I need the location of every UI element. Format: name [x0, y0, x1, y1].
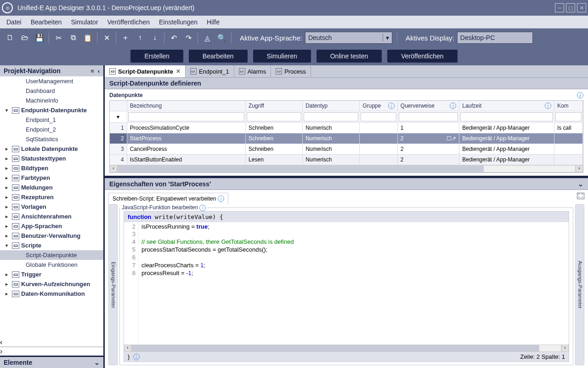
info-icon[interactable]: i — [133, 354, 140, 360]
language-select[interactable]: Deutsch▾ — [305, 32, 392, 44]
table-row[interactable]: 4IsStartButtonEnabledLesenNumerisch2Bedi… — [110, 155, 583, 165]
nav-item[interactable]: ▾▭Endpunkt-Datenpunkte — [0, 105, 103, 115]
display-select[interactable]: Desktop-PC — [457, 32, 533, 44]
nav-item[interactable]: ▸▭Statustexttypen — [0, 154, 103, 163]
table-row[interactable]: 1ProcessSimulationCycleSchreibenNumerisc… — [110, 123, 583, 133]
up-arrow-icon[interactable]: ↑ — [133, 31, 147, 45]
menu-bearbeiten[interactable]: Bearbeiten — [26, 17, 67, 28]
nav-item[interactable]: ▸▭Daten-Kommunikation — [0, 289, 103, 299]
compass-icon[interactable]: ◬ — [200, 31, 215, 45]
nav-collapse-icon[interactable]: ‹ — [98, 68, 100, 75]
menu-einstellungen[interactable]: Einstellungen — [154, 17, 202, 28]
nav-scrollbar[interactable]: ‹› — [0, 338, 103, 356]
filter-input[interactable] — [399, 112, 458, 121]
info-icon[interactable]: i — [199, 205, 206, 211]
nav-item[interactable]: ▸▭Vorlagen — [0, 202, 103, 212]
nav-item[interactable]: Endpoint_1 — [0, 115, 103, 125]
nav-item[interactable]: ▸▭Meldungen — [0, 183, 103, 192]
nav-item[interactable]: ▸▭App-Sprachen — [0, 221, 103, 231]
copy-icon[interactable]: ⧉ — [66, 31, 80, 45]
menu-datei[interactable]: Datei — [2, 17, 26, 28]
nav-list-icon[interactable]: ≡ — [90, 68, 94, 75]
simulate-button[interactable]: Simulieren — [253, 50, 311, 63]
filter-input[interactable] — [555, 112, 582, 121]
create-button[interactable]: Erstellen — [130, 50, 183, 63]
info-icon[interactable]: i — [218, 196, 224, 202]
chevron-down-icon: ⌄ — [94, 359, 100, 366]
title-bar: ⌾ Unified-E App Designer 3.0.0.1 - DemoP… — [0, 0, 588, 16]
input-params-pill[interactable]: Eingangs-Parameter — [108, 204, 118, 365]
tab-endpoint-1[interactable]: ▭Endpoint_1 — [186, 65, 234, 77]
tab-process[interactable]: ▭Process — [271, 65, 311, 77]
save-icon[interactable]: 💾 — [32, 31, 47, 45]
toolbar: 🗋 🗁 💾 ✂ ⧉ 📋 ✕ ＋ ↑ ↓ ↶ ↷ ◬ 🔍 Aktive App-S… — [0, 29, 588, 47]
new-file-icon[interactable]: 🗋 — [3, 31, 17, 45]
cut-icon[interactable]: ✂ — [51, 31, 66, 45]
search-icon[interactable]: 🔍 — [215, 31, 229, 45]
menu-veröffentlichen[interactable]: Veröffentlichen — [103, 17, 154, 28]
nav-item[interactable]: ▸▭Farbtypen — [0, 173, 103, 183]
datapoints-grid[interactable]: BezeichnungZugriffDatentypGruppe iQuerve… — [110, 101, 583, 165]
nav-item[interactable]: Script-Datenpunkte — [0, 250, 103, 260]
app-logo-icon: ⌾ — [2, 2, 13, 13]
open-file-icon[interactable]: 🗁 — [17, 31, 32, 45]
publish-button[interactable]: Veröffentlichen — [387, 50, 457, 63]
minimize-button[interactable]: ─ — [555, 3, 564, 12]
nav-header: Projekt-Navigation ≡ ‹ — [0, 65, 103, 76]
nav-item[interactable]: Endpoint_2 — [0, 125, 103, 134]
language-label: Aktive App-Sprache: — [240, 34, 302, 42]
nav-tree[interactable]: UserManagementDashboardMachineInfo▾▭Endp… — [0, 76, 103, 338]
nav-item[interactable]: ▸▭Bildtypen — [0, 163, 103, 173]
tab-script-datenpunkte[interactable]: ▭Script-Datenpunkte✕ — [105, 65, 186, 77]
down-arrow-icon[interactable]: ↓ — [147, 31, 162, 45]
undo-icon[interactable]: ↶ — [166, 31, 181, 45]
nav-item[interactable]: ▸▭Lokale Datenpunkte — [0, 144, 103, 154]
table-row[interactable]: 2StartProcessSchreibenNumerisch2 ☐↗Bedie… — [110, 133, 583, 144]
output-params-pill[interactable]: Ausgangs-Parameter — [575, 204, 584, 365]
nav-item[interactable]: SqlStatistics — [0, 134, 103, 144]
close-button[interactable]: ✕ — [577, 3, 586, 12]
paste-icon[interactable]: 📋 — [80, 31, 95, 45]
maximize-button[interactable]: ▢ — [566, 3, 575, 12]
delete-icon[interactable]: ✕ — [99, 31, 114, 45]
cursor-status: Zeile: 2 Spalte: 1 — [520, 353, 565, 361]
online-test-button[interactable]: Online testen — [317, 50, 382, 63]
document-tabs: ▭Script-Datenpunkte✕▭Endpoint_1▭Alarms▭P… — [105, 65, 588, 77]
filter-input[interactable] — [247, 112, 301, 121]
window-title: Unified-E App Designer 3.0.0.1 - DemoPro… — [17, 4, 553, 12]
close-icon[interactable]: ✕ — [176, 68, 181, 75]
menu-simulator[interactable]: Simulator — [66, 17, 102, 28]
chevron-down-icon[interactable]: ⌄ — [578, 180, 583, 188]
properties-header: Eigenschaften von 'StartProcess' ⌄ — [105, 178, 588, 190]
tab-alarms[interactable]: ▭Alarms — [234, 65, 271, 77]
nav-item[interactable]: ▸▭Rezepturen — [0, 192, 103, 202]
nav-item[interactable]: UserManagement — [0, 76, 103, 86]
expand-icon[interactable]: ⛶ — [577, 193, 584, 199]
nav-item[interactable]: Globale Funktionen — [0, 260, 103, 270]
menu-bar: DateiBearbeitenSimulatorVeröffentlichenE… — [0, 16, 588, 29]
filter-input[interactable] — [304, 112, 358, 121]
nav-item[interactable]: MachineInfo — [0, 96, 103, 105]
code-editor[interactable]: function write(writeValue) { 2345678 isP… — [124, 211, 569, 362]
editor-legend: JavaScript-Funktion bearbeiten — [122, 204, 198, 211]
filter-input[interactable] — [460, 112, 553, 121]
nav-item[interactable]: ▸▭Trigger — [0, 270, 103, 279]
grid-scrollbar[interactable]: ‹› — [110, 165, 583, 172]
filter-input[interactable] — [361, 112, 396, 121]
elements-panel-header[interactable]: Elemente⌄ — [0, 356, 103, 368]
nav-item[interactable]: ▸▭Benutzer-Verwaltung — [0, 231, 103, 241]
content-area: ▭Script-Datenpunkte✕▭Endpoint_1▭Alarms▭P… — [105, 65, 588, 368]
table-row[interactable]: 3CancelProcessSchreibenNumerisch2Bedieng… — [110, 144, 583, 155]
nav-item[interactable]: ▸▭Ansichtenrahmen — [0, 212, 103, 221]
menu-hilfe[interactable]: Hilfe — [202, 17, 224, 28]
add-icon[interactable]: ＋ — [118, 31, 133, 45]
editor-scrollbar[interactable]: ‹› — [124, 345, 569, 352]
nav-item[interactable]: Dashboard — [0, 86, 103, 96]
redo-icon[interactable]: ↷ — [181, 31, 196, 45]
edit-button[interactable]: Bearbeiten — [189, 50, 248, 63]
write-script-tab[interactable]: Schreiben-Script: Eingabewert verarbeite… — [108, 193, 228, 204]
filter-input[interactable] — [128, 112, 244, 121]
nav-item[interactable]: ▾▭Scripte — [0, 241, 103, 250]
nav-item[interactable]: ▸▭Kurven-Aufzeichnungen — [0, 279, 103, 289]
info-icon[interactable]: i — [577, 92, 583, 98]
